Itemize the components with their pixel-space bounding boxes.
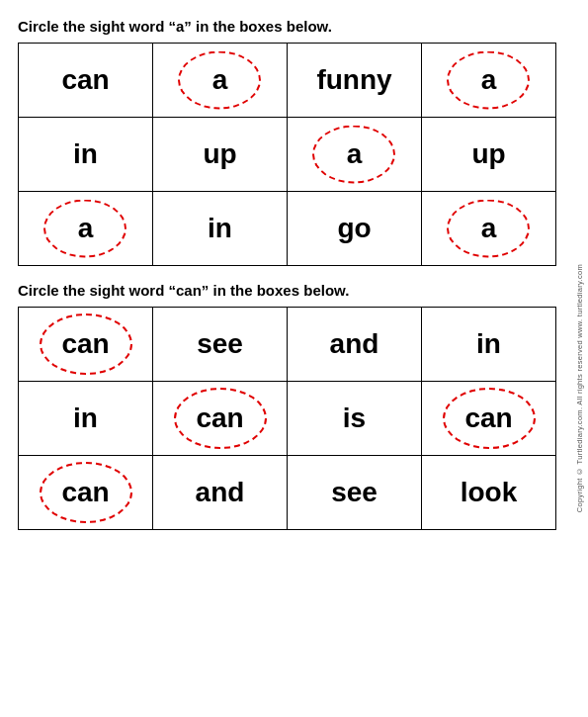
section1-instruction: Circle the sight word “a” in the boxes b… — [18, 18, 570, 35]
table-cell: and — [288, 308, 422, 382]
circled-word: a — [481, 64, 497, 96]
table-cell: go — [288, 192, 422, 266]
table-cell: in — [422, 308, 556, 382]
circled-word: a — [212, 64, 228, 96]
sidebar: Copyright © Turtlediary.com. All rights … — [572, 79, 586, 697]
table-cell: can — [153, 382, 288, 456]
table-cell: funny — [288, 44, 422, 118]
table-cell: see — [153, 308, 288, 382]
table-cell: can — [422, 382, 556, 456]
table-cell: in — [19, 382, 153, 456]
circled-word: can — [196, 403, 243, 434]
circled-word: a — [481, 213, 497, 244]
table-cell: is — [288, 382, 422, 456]
table-cell: in — [19, 118, 153, 192]
sidebar-label: Copyright © Turtlediary.com. All rights … — [575, 264, 584, 512]
table-cell: can — [19, 456, 153, 530]
table-cell: see — [288, 456, 422, 530]
page-content: Circle the sight word “a” in the boxes b… — [0, 0, 588, 556]
section2-grid: canseeandinincaniscancanandseelook — [18, 307, 556, 530]
table-cell: a — [422, 44, 556, 118]
table-cell: a — [153, 44, 288, 118]
table-cell: up — [153, 118, 288, 192]
table-cell: and — [153, 456, 288, 530]
section2-instruction: Circle the sight word “can” in the boxes… — [18, 282, 570, 299]
circled-word: can — [61, 328, 109, 360]
table-cell: can — [19, 308, 153, 382]
table-cell: a — [19, 192, 153, 266]
circled-word: can — [61, 477, 109, 508]
circled-word: can — [464, 403, 512, 434]
table-cell: a — [422, 192, 556, 266]
table-cell: can — [19, 44, 153, 118]
section1-grid: canafunnyainupaupaingoa — [18, 43, 556, 266]
circled-word: a — [78, 213, 94, 244]
table-cell: up — [422, 118, 556, 192]
table-cell: look — [422, 456, 556, 530]
table-cell: in — [153, 192, 288, 266]
table-cell: a — [288, 118, 422, 192]
circled-word: a — [347, 138, 363, 170]
